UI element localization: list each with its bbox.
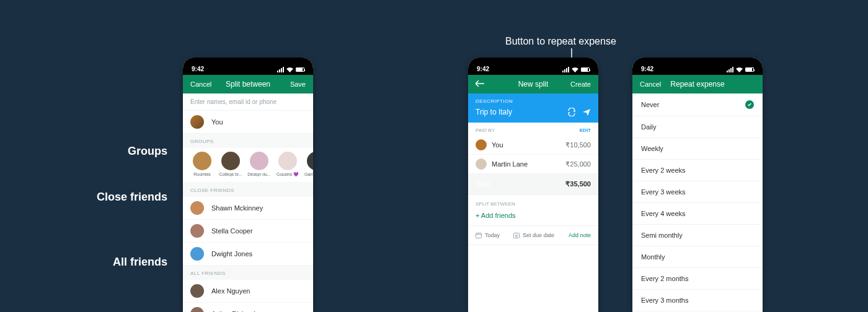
- repeat-icon[interactable]: [567, 108, 576, 116]
- add-note-button[interactable]: Add note: [569, 232, 591, 238]
- group-avatar: [193, 152, 211, 170]
- status-time: 9:42: [477, 66, 489, 72]
- option-label: Weekly: [641, 145, 663, 152]
- payer-amount: ₹10,500: [565, 141, 591, 149]
- statusbar: 9:42: [183, 58, 313, 75]
- create-button[interactable]: Create: [566, 80, 591, 88]
- friend-row[interactable]: Alex Nguyen: [183, 280, 313, 303]
- paidby-label: PAID BY: [476, 128, 495, 133]
- battery-icon: [296, 67, 304, 72]
- nav-title: Repeat expense: [670, 80, 724, 89]
- avatar: [190, 284, 204, 298]
- signal-icon: [277, 67, 284, 72]
- you-label: You: [211, 118, 223, 126]
- search-input[interactable]: Enter names, email id or phone: [183, 93, 313, 111]
- split-between-label: SPLIT BETWEEN: [468, 195, 598, 209]
- you-row[interactable]: You: [183, 111, 313, 134]
- groups-row[interactable]: Roomies College br... Design du... Cousi…: [183, 148, 313, 183]
- option-label: Daily: [641, 123, 656, 131]
- repeat-option[interactable]: Semi monthly: [632, 225, 763, 246]
- back-button[interactable]: [476, 80, 500, 88]
- section-groups-header: GROUPS: [183, 134, 313, 148]
- payer-row[interactable]: Martin Lane ₹25,000: [468, 155, 598, 174]
- wifi-icon: [286, 67, 293, 72]
- repeat-option[interactable]: Every 4 weeks: [632, 203, 763, 225]
- section-close-friends-header: CLOSE FRIENDS: [183, 183, 313, 197]
- total-amount: ₹35,500: [565, 180, 591, 188]
- repeat-option[interactable]: Every 3 weeks: [632, 181, 763, 203]
- option-label: Never: [641, 101, 659, 108]
- group-chip[interactable]: GameZone...: [304, 152, 313, 177]
- back-arrow-icon: [476, 80, 484, 87]
- group-chip[interactable]: College br...: [219, 152, 242, 177]
- friend-name: Shawn Mckinney: [211, 204, 263, 212]
- group-chip[interactable]: Design du...: [247, 152, 271, 177]
- repeat-option[interactable]: Never: [632, 93, 763, 116]
- description-label: DESCRIPTION: [476, 98, 591, 104]
- payer-row[interactable]: You ₹10,500: [468, 136, 598, 155]
- statusbar: 9:42: [632, 58, 763, 75]
- group-chip[interactable]: Cousins 💜: [276, 152, 299, 177]
- group-avatar: [250, 152, 268, 170]
- due-date-picker[interactable]: Set due date: [513, 232, 554, 238]
- group-label: Design du...: [247, 172, 270, 176]
- external-label-groups: Groups: [128, 145, 167, 158]
- calendar-icon: [476, 232, 482, 238]
- payer-amount: ₹25,000: [565, 160, 591, 168]
- meta-row: Today Set due date Add note: [468, 226, 598, 245]
- option-label: Every 3 months: [641, 297, 688, 304]
- statusbar: 9:42: [468, 58, 598, 75]
- option-label: Every 3 weeks: [641, 188, 686, 196]
- battery-icon: [581, 67, 590, 72]
- option-label: Every 4 weeks: [641, 210, 686, 217]
- add-friends-button[interactable]: + Add friends: [468, 209, 598, 226]
- friend-row[interactable]: Arthur Richards: [183, 303, 313, 312]
- friend-row[interactable]: Dwight Jones: [183, 243, 313, 266]
- group-chip[interactable]: Roomies: [190, 152, 214, 177]
- description-input[interactable]: Trip to Italy: [476, 108, 512, 116]
- payer-name: You: [492, 141, 503, 149]
- date-label: Today: [485, 232, 500, 238]
- signal-icon: [727, 67, 733, 72]
- duedate-icon: [513, 232, 520, 238]
- battery-icon: [745, 67, 754, 72]
- group-avatar: [221, 152, 240, 170]
- repeat-option[interactable]: Weekly: [632, 138, 763, 160]
- signal-icon: [562, 67, 569, 72]
- description-block: DESCRIPTION Trip to Italy: [468, 93, 598, 123]
- avatar: [190, 224, 204, 238]
- due-label: Set due date: [523, 232, 554, 238]
- repeat-option[interactable]: Daily: [632, 116, 763, 138]
- save-button[interactable]: Save: [281, 80, 306, 88]
- svg-point-5: [516, 235, 518, 237]
- external-label-all-friends: All friends: [113, 256, 167, 269]
- group-label: Cousins 💜: [277, 172, 299, 177]
- avatar: [190, 247, 204, 261]
- section-all-friends-header: ALL FRIENDS: [183, 266, 313, 280]
- edit-button[interactable]: EDIT: [580, 128, 591, 133]
- screen-repeat-expense: 9:42 Cancel Repeat expense Never Daily W…: [632, 58, 763, 312]
- repeat-option[interactable]: Every 2 weeks: [632, 160, 763, 181]
- cancel-button[interactable]: Cancel: [190, 80, 215, 88]
- plane-icon[interactable]: [582, 108, 591, 116]
- friend-row[interactable]: Shawn Mckinney: [183, 197, 313, 220]
- avatar: [476, 139, 487, 150]
- status-time: 9:42: [641, 66, 653, 72]
- option-label: Every 2 months: [641, 275, 688, 282]
- svg-rect-4: [514, 233, 520, 238]
- option-label: Every 2 weeks: [641, 167, 686, 174]
- wifi-icon: [572, 67, 578, 72]
- repeat-option[interactable]: Monthly: [632, 246, 763, 268]
- repeat-option[interactable]: Every 2 months: [632, 268, 763, 290]
- navbar: Cancel Split between Save: [183, 75, 313, 93]
- status-time: 9:42: [192, 66, 204, 72]
- group-label: College br...: [219, 172, 242, 176]
- empty-area: [468, 245, 598, 312]
- cancel-button[interactable]: Cancel: [640, 80, 665, 88]
- friend-row[interactable]: Stella Cooper: [183, 220, 313, 243]
- option-label: Semi monthly: [641, 232, 683, 239]
- date-picker[interactable]: Today: [476, 232, 500, 238]
- repeat-option[interactable]: Every 3 months: [632, 290, 763, 311]
- group-label: GameZone...: [304, 172, 313, 176]
- avatar: [190, 307, 204, 312]
